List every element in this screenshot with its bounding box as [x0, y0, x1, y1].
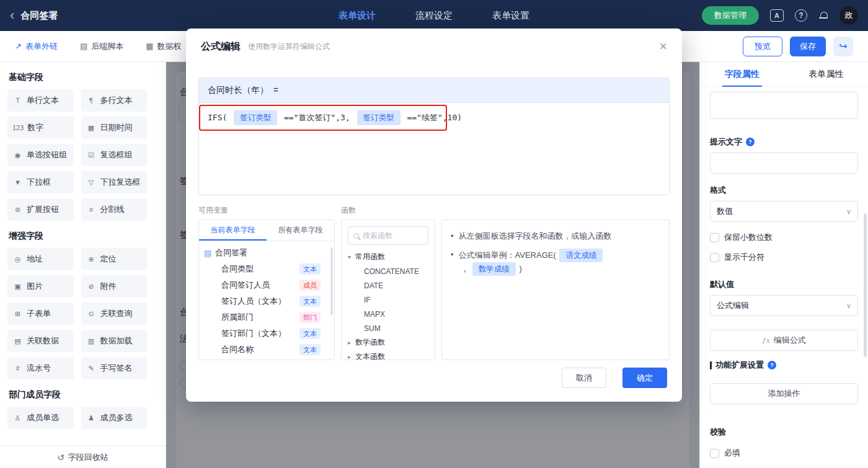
question-icon[interactable]: ? — [746, 138, 755, 146]
checkbox-row[interactable]: 保留小数位数 — [710, 232, 858, 243]
variable-row[interactable]: 签订人员（文本） 文本 — [204, 293, 321, 309]
example-token: 数学成绩 — [472, 262, 516, 276]
variable-row[interactable]: 合同签订人员 成员 — [204, 277, 321, 293]
scrollbar-thumb[interactable] — [864, 213, 867, 357]
formula-token[interactable]: IFS( — [208, 113, 232, 122]
field-type-button[interactable]: ☑ 复选框组 — [81, 144, 148, 166]
nav-tab[interactable]: 流程设定 — [415, 10, 453, 22]
function-row[interactable]: DATE — [342, 278, 435, 293]
modal-title: 公式编辑 — [201, 40, 241, 53]
language-icon[interactable]: A — [770, 9, 784, 22]
form-doc-icon: ▤ — [204, 249, 211, 258]
nav-tab[interactable]: 表单设置 — [492, 10, 529, 22]
back-icon[interactable]: ‹ — [10, 9, 14, 22]
field-recycle-bin[interactable]: ↺ 字段回收站 — [0, 446, 166, 468]
function-label: 数学函数 — [355, 337, 385, 348]
function-row[interactable]: MAPX — [342, 307, 435, 321]
formula-input-area[interactable]: IFS( 签订类型 =="首次签订",3, 签订类型 =="续签",10) — [199, 103, 669, 195]
field-title-input[interactable] — [710, 92, 858, 119]
formula-token[interactable]: =="续签",10) — [402, 113, 462, 122]
add-action-button[interactable]: 添加操作 — [710, 383, 858, 404]
formula-token[interactable]: 签订类型 — [357, 110, 401, 125]
toolbar-item[interactable]: ▦ 数据权 — [146, 41, 181, 52]
default-value-label: 默认值 — [710, 279, 858, 290]
field-type-button[interactable]: ✎ 手写签名 — [81, 357, 148, 379]
function-row[interactable]: ▾ 常用函数 — [342, 250, 435, 264]
format-select[interactable]: 数值 ∨ — [710, 201, 858, 222]
field-type-button[interactable]: ▽ 下拉复选框 — [81, 171, 148, 193]
variables-tab[interactable]: 当前表单字段 — [199, 220, 267, 241]
example-token: 语文成绩 — [559, 249, 603, 262]
checkbox-row[interactable]: 显示千分符 — [710, 252, 858, 263]
variable-name: 合同类型 — [221, 263, 299, 275]
field-type-button[interactable]: ◎ 地址 — [7, 248, 74, 270]
properties-tab[interactable]: 字段属性 — [700, 62, 784, 86]
field-type-button[interactable]: ♟ 成员多选 — [81, 407, 148, 429]
function-row[interactable]: SUM — [342, 321, 435, 335]
function-row[interactable]: CONCATENATE — [342, 264, 435, 278]
field-type-icon: ⊞ — [12, 310, 23, 318]
function-row[interactable]: ▸ 数学函数 — [342, 335, 435, 350]
variable-row[interactable]: 签订部门（文本） 文本 — [204, 325, 321, 342]
field-type-button[interactable]: ⊕ 定位 — [81, 248, 148, 270]
notification-bell-icon[interactable] — [818, 11, 828, 20]
formula-token[interactable]: 签订类型 — [234, 110, 277, 125]
form-tree-root[interactable]: ▤ 合同签署 — [204, 245, 321, 261]
scrollbar-thumb[interactable] — [330, 247, 333, 316]
nav-tab[interactable]: 表单设计 — [339, 10, 376, 22]
field-type-button[interactable]: ▣ 图片 — [7, 275, 74, 298]
field-type-button[interactable]: ⊙ 关联查询 — [81, 302, 148, 325]
field-type-button[interactable]: ▥ 数据加载 — [81, 330, 148, 352]
variable-row[interactable]: 合同类型 文本 — [204, 261, 321, 277]
hint-row-2: • 公式编辑举例：AVERAGE( 语文成绩 ， 数学成绩 ) — [451, 249, 660, 276]
edit-formula-button[interactable]: ƒx 编辑公式 — [710, 330, 858, 351]
field-type-button[interactable]: T 单行文本 — [7, 89, 74, 112]
field-type-button[interactable]: ▦ 日期时间 — [81, 117, 148, 139]
variable-row[interactable]: 合同名称 文本 — [204, 342, 321, 358]
field-type-button[interactable]: ♙ 成员单选 — [7, 407, 74, 429]
avatar[interactable]: 政 — [839, 6, 858, 25]
section-title-enhanced: 增强字段 — [9, 231, 166, 242]
variables-tab[interactable]: 所有表单字段 — [267, 220, 334, 241]
cancel-button[interactable]: 取消 — [562, 368, 606, 388]
variable-row[interactable]: 所属部门 部门 — [204, 309, 321, 325]
function-row[interactable]: IF — [342, 293, 435, 307]
function-search-input[interactable] — [363, 231, 416, 240]
field-type-button[interactable]: # 流水号 — [7, 357, 74, 379]
checkbox-row[interactable]: 必填 — [710, 448, 858, 459]
checkbox-label: 保留小数位数 — [724, 232, 773, 243]
field-type-button[interactable]: ≡ 分割线 — [81, 198, 148, 221]
function-search — [348, 226, 428, 245]
data-manage-button[interactable]: 数据管理 — [702, 6, 759, 25]
toolbar-item[interactable]: ↗ 表单外链 — [15, 41, 58, 52]
properties-tab[interactable]: 表单属性 — [784, 62, 868, 86]
field-type-button[interactable]: ¶ 多行文本 — [81, 89, 148, 112]
close-icon[interactable]: × — [659, 40, 667, 53]
hint-text-input[interactable] — [710, 152, 858, 174]
field-type-button[interactable]: ▼ 下拉框 — [7, 171, 74, 193]
function-label: 文本函数 — [355, 351, 385, 360]
checkbox[interactable] — [710, 253, 719, 262]
save-button[interactable]: 保存 — [790, 37, 826, 56]
field-type-button[interactable]: ⊞ 子表单 — [7, 302, 74, 325]
default-value-select[interactable]: 公式编辑 ∨ — [710, 295, 858, 316]
field-type-button[interactable]: ⊘ 附件 — [81, 275, 148, 298]
checkbox[interactable] — [710, 233, 719, 242]
formula-token[interactable]: =="首次签订",3, — [279, 113, 355, 122]
help-icon[interactable]: ? — [795, 9, 807, 22]
question-icon[interactable]: ? — [768, 361, 776, 369]
checkbox[interactable] — [710, 449, 719, 458]
confirm-button[interactable]: 确定 — [622, 368, 667, 388]
share-icon[interactable]: ↪ — [833, 37, 853, 56]
formula-expression: IFS( 签订类型 =="首次签订",3, 签订类型 =="续签",10) — [208, 110, 660, 125]
properties-tabs: 字段属性表单属性 — [700, 62, 868, 87]
field-type-label: 手写签名 — [100, 363, 133, 374]
function-label: SUM — [364, 324, 381, 333]
field-type-button[interactable]: ▤ 关联数据 — [7, 330, 74, 352]
field-type-button[interactable]: 123 数字 — [7, 117, 74, 139]
field-type-button[interactable]: ⊜ 扩展按钮 — [7, 198, 74, 221]
toolbar-item[interactable]: ▤ 后端脚本 — [80, 41, 123, 52]
preview-button[interactable]: 预览 — [743, 37, 782, 56]
function-row[interactable]: ▸ 文本函数 — [342, 350, 435, 360]
field-type-button[interactable]: ◉ 单选按钮组 — [7, 144, 74, 166]
